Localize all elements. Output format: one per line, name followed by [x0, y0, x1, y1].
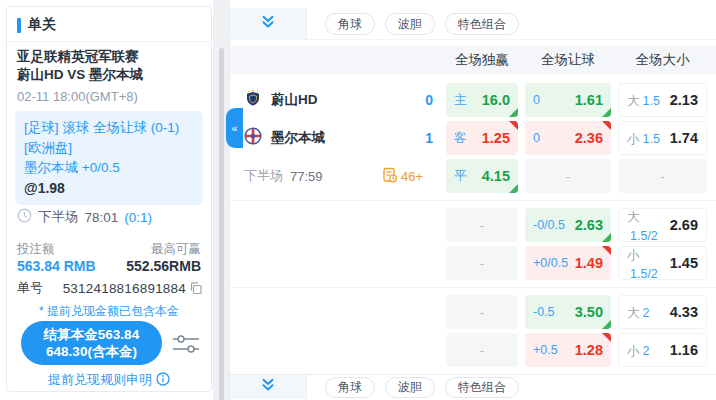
cashout-rules-link[interactable]: 提前兑现规则申明 [7, 371, 211, 389]
total-side-line: 小2 [627, 341, 649, 360]
cashout-settings-icon[interactable] [171, 332, 201, 360]
total-line-value: 1.5/2 [630, 229, 658, 243]
team-name: 蔚山HD [271, 91, 318, 109]
odds-value: 1.28 [575, 342, 603, 358]
market-pills: 角球波胆特色组合 [307, 375, 716, 399]
odds-down-indicator [509, 121, 518, 130]
selection-label: 平 [454, 168, 467, 185]
cashout-line1: 结算本金563.84 [21, 326, 162, 343]
team-name: 墨尔本城 [271, 129, 325, 147]
collapse-panel-tab[interactable]: « [226, 108, 243, 148]
odds-cell-total[interactable]: 大1.5/22.69 [618, 208, 707, 242]
more-markets-badge[interactable]: 46+ [382, 157, 423, 195]
odds-value: 1.74 [670, 130, 698, 146]
odds-cell-total[interactable]: 小21.16 [618, 333, 707, 367]
column-total-label: 全场大小 [618, 46, 707, 74]
live-time: 77:59 [290, 169, 323, 184]
max-win-value: 552.56RMB [126, 258, 201, 274]
odds-row: -+0/0.51.49小1.5/21.45 [230, 244, 716, 282]
ticket-label: 单号 [17, 279, 43, 297]
live-status-row: 下半场 78:01 (0:1) [17, 208, 152, 226]
odds-group: --0/0.52.63大1.5/22.69-+0/0.51.49小1.5/21.… [230, 200, 716, 287]
bet-type-label: 单关 [28, 16, 56, 34]
odds-cell-win[interactable]: 主16.0 [446, 83, 518, 117]
market-pill[interactable]: 波胆 [385, 377, 435, 398]
odds-cell-handicap[interactable]: -0/0.52.63 [525, 208, 611, 242]
market-pill[interactable]: 特色组合 [445, 377, 519, 398]
odds-cell-empty: - [446, 246, 518, 280]
market-pill[interactable]: 特色组合 [445, 13, 519, 35]
team-score: 0 [408, 81, 433, 119]
odds-cell-total[interactable]: 小1.51.74 [618, 121, 707, 155]
odds-up-indicator [602, 108, 611, 117]
team-score: 1 [408, 119, 433, 157]
odds-value: 2.13 [670, 92, 698, 108]
odds-cell-empty: - [525, 159, 611, 193]
stake-label: 投注额 [17, 241, 55, 258]
odds-up-indicator [509, 184, 518, 193]
odds-row: 蔚山HD0主16.001.61大1.52.13 [230, 81, 716, 119]
cashout-button[interactable]: 结算本金563.84 648.30(含本金) [21, 321, 162, 365]
odds-cell-total[interactable]: 大1.52.13 [618, 83, 707, 117]
odds-cell-total[interactable]: 大24.33 [618, 295, 707, 329]
live-period: 下半场 [38, 208, 79, 226]
odds-row: -+0.51.28小21.16 [230, 331, 716, 369]
live-time: 78:01 [85, 210, 119, 225]
cashout-line2: 648.30(含本金) [21, 343, 162, 360]
odds-cell-handicap[interactable]: 02.36 [525, 121, 611, 155]
bet-selection-box: [足球] 滚球 全场让球 (0-1)[欧洲盘] 墨尔本城 +0/0.5 @1.9… [15, 111, 203, 205]
bet-slip-card: 单关 亚足联精英冠军联赛 蔚山HD VS 墨尔本城 02-11 18:00(GM… [6, 6, 212, 392]
total-line-value: 2 [643, 306, 650, 320]
chevron-double-down-icon [260, 377, 276, 397]
odds-value: 16.0 [482, 92, 510, 108]
odds-value: 1.49 [575, 255, 603, 271]
odds-value: 1.45 [670, 255, 698, 271]
total-side-line: 大2 [627, 303, 649, 322]
odds-value: 3.50 [575, 304, 603, 320]
total-side-line: 小1.5 [627, 129, 660, 148]
odds-up-indicator [602, 233, 611, 242]
total-side-label: 小 [627, 248, 640, 262]
live-period: 下半场 [244, 167, 283, 185]
odds-cell-empty: - [446, 208, 518, 242]
odds-value: 1.16 [670, 342, 698, 358]
copy-icon[interactable] [189, 281, 203, 295]
odds-cell-total[interactable]: 小1.5/21.45 [618, 246, 707, 280]
odds-cell-handicap[interactable]: 01.61 [525, 83, 611, 117]
total-line-value: 2 [643, 344, 650, 358]
market-pills: 角球波胆特色组合 [307, 8, 716, 39]
odds-cell-win[interactable]: 平4.15 [446, 159, 518, 193]
odds-cell-empty: - [446, 295, 518, 329]
market-pill[interactable]: 波胆 [385, 13, 435, 35]
scrollbar-thumb[interactable] [219, 48, 224, 400]
odds-column-header: 全场独赢 全场让球 全场大小 [230, 46, 716, 74]
market-pill[interactable]: 角球 [325, 377, 375, 398]
fold-section-button[interactable] [230, 375, 307, 399]
total-side-label: 小 [627, 344, 640, 358]
odds-cell-handicap[interactable]: -0.53.50 [525, 295, 611, 329]
odds-value: 1.25 [482, 130, 510, 146]
column-handicap-label: 全场让球 [525, 46, 611, 74]
market-pill[interactable]: 角球 [325, 13, 375, 35]
odds-down-indicator [602, 333, 611, 342]
cashout-doc-icon [382, 167, 398, 186]
markets-toolbar-bottom: 角球波胆特色组合 [230, 374, 716, 399]
bet-market-line: [足球] 滚球 全场让球 (0-1)[欧洲盘] [24, 118, 194, 158]
more-markets-count: 46+ [401, 169, 423, 184]
odds-value: 2.69 [670, 217, 698, 233]
odds-down-indicator [602, 246, 611, 255]
ulsan-badge-icon [244, 89, 262, 111]
selection-label: 0 [533, 93, 540, 107]
selection-label: 客 [454, 130, 467, 147]
odds-cell-win[interactable]: 客1.25 [446, 121, 518, 155]
rules-text: 提前兑现规则申明 [48, 371, 152, 389]
fold-section-button[interactable] [230, 8, 307, 39]
total-line-value: 1.5 [643, 132, 660, 146]
selection-label: -0.5 [533, 305, 555, 319]
odds-up-indicator [602, 320, 611, 329]
matchup-title: 蔚山HD VS 墨尔本城 [17, 66, 203, 84]
divider [7, 41, 211, 42]
collapse-icon: « [231, 122, 237, 134]
odds-cell-handicap[interactable]: +0/0.51.49 [525, 246, 611, 280]
odds-cell-handicap[interactable]: +0.51.28 [525, 333, 611, 367]
